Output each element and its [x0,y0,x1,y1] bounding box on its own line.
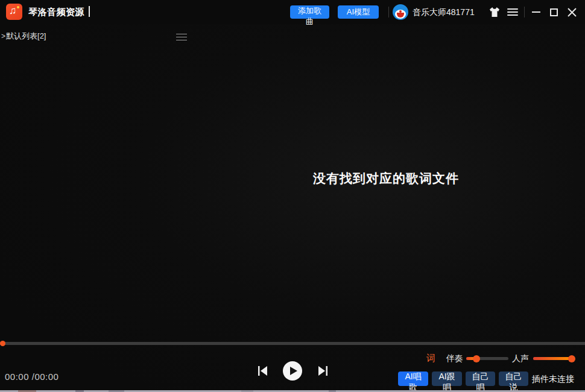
next-track-button[interactable] [315,364,330,378]
skin-theme-icon[interactable] [486,0,503,24]
main-menu-button[interactable] [504,0,521,24]
accompaniment-knob[interactable] [473,355,480,362]
star-icon [17,6,19,8]
mode-button-self-sing[interactable]: 自己唱 [466,371,495,386]
username-label[interactable]: 音乐大师481771 [413,7,475,18]
vocal-fill [533,357,572,360]
vocal-label: 人声 [512,353,529,364]
previous-track-button[interactable] [256,364,270,378]
close-button[interactable] [563,0,580,24]
total-time: /00:00 [32,371,59,382]
minimize-icon [532,11,540,13]
playlist-header[interactable]: > 默认列表[2] [1,31,46,42]
accompaniment-label: 伴奏 [446,353,463,364]
mode-button-ai-follow[interactable]: AI跟唱 [432,371,462,386]
titlebar-divider-2 [524,7,525,17]
progress-bar[interactable] [0,342,585,345]
previous-icon [257,365,269,377]
tshirt-icon [489,7,501,17]
playlist-label: 默认列表[2] [6,31,46,42]
titlebar-divider [388,7,389,17]
lyric-toggle[interactable]: 词 [426,353,435,364]
expander-arrow-icon: > [1,32,5,40]
play-button[interactable] [283,361,302,381]
current-time: 00:00 [5,371,29,382]
maximize-button[interactable] [546,0,561,24]
avatar-nose [399,10,402,13]
app-logo-icon: ♫ [6,4,22,20]
app-title: 琴洛音频资源 [28,7,84,18]
app-window: ♫ 琴洛音频资源 添加歌曲 AI模型 音乐大师481771 [0,0,585,392]
mode-button-ai-sing[interactable]: AI唱歌 [398,371,428,386]
accompaniment-slider[interactable] [466,357,508,360]
music-note-icon: ♫ [9,5,17,17]
maximize-icon [550,8,558,16]
lyrics-empty-message: 没有找到对应的歌词文件 [187,170,585,187]
mode-button-self-speak[interactable]: 自己说 [499,371,528,386]
ai-model-button[interactable]: AI模型 [338,5,379,19]
next-icon [317,365,329,377]
hamburger-icon [507,7,518,17]
play-icon [290,367,297,375]
add-song-button[interactable]: 添加歌曲 [290,5,329,19]
plugin-status-label: 插件未连接 [532,374,574,385]
progress-handle[interactable] [0,341,5,346]
titlebar: ♫ 琴洛音频资源 添加歌曲 AI模型 音乐大师481771 [0,0,585,24]
playlist-menu-button[interactable] [176,31,187,43]
close-icon [568,8,577,17]
vocal-knob[interactable] [568,355,575,362]
user-avatar[interactable] [393,4,408,20]
title-text-cursor [89,6,90,17]
hamburger-icon [176,34,187,35]
minimize-button[interactable] [528,0,544,24]
time-display: 00:00 /00:00 [5,371,58,382]
vocal-slider[interactable] [533,357,573,360]
